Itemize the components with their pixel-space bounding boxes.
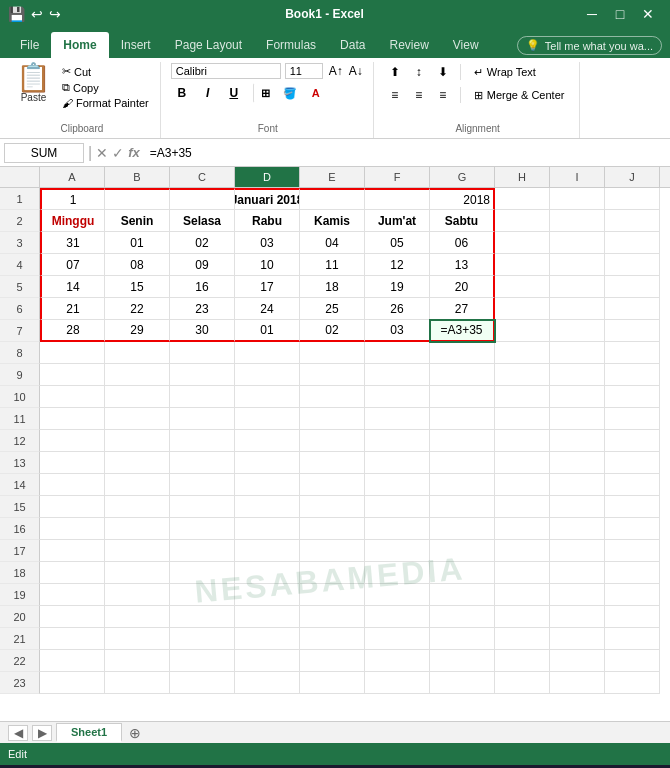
cell-J23[interactable]	[605, 672, 660, 694]
cell-J4[interactable]	[605, 254, 660, 276]
cell-J13[interactable]	[605, 452, 660, 474]
cell-J20[interactable]	[605, 606, 660, 628]
cell-C19[interactable]	[170, 584, 235, 606]
cell-I13[interactable]	[550, 452, 605, 474]
cell-H11[interactable]	[495, 408, 550, 430]
cell-C22[interactable]	[170, 650, 235, 672]
cell-H21[interactable]	[495, 628, 550, 650]
cell-D15[interactable]	[235, 496, 300, 518]
cell-B18[interactable]	[105, 562, 170, 584]
cell-J21[interactable]	[605, 628, 660, 650]
col-header-i[interactable]: I	[550, 167, 605, 187]
cell-J18[interactable]	[605, 562, 660, 584]
cell-I11[interactable]	[550, 408, 605, 430]
row-num-17[interactable]: 17	[0, 540, 40, 562]
cell-A13[interactable]	[40, 452, 105, 474]
cell-G23[interactable]	[430, 672, 495, 694]
cell-C21[interactable]	[170, 628, 235, 650]
cell-C17[interactable]	[170, 540, 235, 562]
cell-G19[interactable]	[430, 584, 495, 606]
cell-I3[interactable]	[550, 232, 605, 254]
sheet-tab-sheet1[interactable]: Sheet1	[56, 723, 122, 742]
cell-E14[interactable]	[300, 474, 365, 496]
row-num-14[interactable]: 14	[0, 474, 40, 496]
col-header-h[interactable]: H	[495, 167, 550, 187]
col-header-g[interactable]: G	[430, 167, 495, 187]
cell-D3[interactable]: 03	[235, 232, 300, 254]
cell-J12[interactable]	[605, 430, 660, 452]
cell-C10[interactable]	[170, 386, 235, 408]
cell-H10[interactable]	[495, 386, 550, 408]
cell-H19[interactable]	[495, 584, 550, 606]
row-num-18[interactable]: 18	[0, 562, 40, 584]
row-num-6[interactable]: 6	[0, 298, 40, 320]
cell-E18[interactable]	[300, 562, 365, 584]
paste-button[interactable]: 📋 Paste	[12, 62, 55, 105]
cell-D18[interactable]	[235, 562, 300, 584]
cell-B22[interactable]	[105, 650, 170, 672]
cell-F18[interactable]	[365, 562, 430, 584]
cell-G3[interactable]: 06	[430, 232, 495, 254]
cell-C16[interactable]	[170, 518, 235, 540]
cell-F16[interactable]	[365, 518, 430, 540]
cell-C7[interactable]: 30	[170, 320, 235, 342]
cell-A6[interactable]: 21	[40, 298, 105, 320]
cell-F23[interactable]	[365, 672, 430, 694]
cut-button[interactable]: ✂ Cut	[59, 64, 152, 79]
cell-G10[interactable]	[430, 386, 495, 408]
cell-G13[interactable]	[430, 452, 495, 474]
formula-input[interactable]	[144, 144, 666, 162]
cell-B15[interactable]	[105, 496, 170, 518]
cell-F2[interactable]: Jum'at	[365, 210, 430, 232]
cell-E7[interactable]: 02	[300, 320, 365, 342]
cell-F22[interactable]	[365, 650, 430, 672]
maximize-button[interactable]: □	[606, 0, 634, 28]
col-header-c[interactable]: C	[170, 167, 235, 187]
cell-D16[interactable]	[235, 518, 300, 540]
cell-B23[interactable]	[105, 672, 170, 694]
cell-D17[interactable]	[235, 540, 300, 562]
cell-E16[interactable]	[300, 518, 365, 540]
middle-align-button[interactable]: ↕	[408, 62, 430, 82]
row-num-10[interactable]: 10	[0, 386, 40, 408]
increase-font-icon[interactable]: A↑	[327, 62, 345, 80]
cell-I14[interactable]	[550, 474, 605, 496]
cell-B9[interactable]	[105, 364, 170, 386]
cell-G18[interactable]	[430, 562, 495, 584]
cell-C9[interactable]	[170, 364, 235, 386]
cell-C15[interactable]	[170, 496, 235, 518]
underline-button[interactable]: U	[223, 83, 245, 103]
undo-icon[interactable]: ↩	[31, 6, 43, 22]
merge-center-button[interactable]: ⊞ Merge & Center	[467, 86, 572, 105]
row-num-4[interactable]: 4	[0, 254, 40, 276]
italic-button[interactable]: I	[197, 83, 219, 103]
cancel-formula-button[interactable]: ✕	[96, 145, 108, 161]
cell-D2[interactable]: Rabu	[235, 210, 300, 232]
tell-me-box[interactable]: 💡 Tell me what you wa...	[517, 36, 662, 55]
cell-F4[interactable]: 12	[365, 254, 430, 276]
cell-H20[interactable]	[495, 606, 550, 628]
cell-J10[interactable]	[605, 386, 660, 408]
row-num-16[interactable]: 16	[0, 518, 40, 540]
cell-C8[interactable]	[170, 342, 235, 364]
cell-H15[interactable]	[495, 496, 550, 518]
cell-E15[interactable]	[300, 496, 365, 518]
cell-F10[interactable]	[365, 386, 430, 408]
cell-J6[interactable]	[605, 298, 660, 320]
cell-C20[interactable]	[170, 606, 235, 628]
cell-H5[interactable]	[495, 276, 550, 298]
cell-H3[interactable]	[495, 232, 550, 254]
cell-I10[interactable]	[550, 386, 605, 408]
cell-B11[interactable]	[105, 408, 170, 430]
cell-F19[interactable]	[365, 584, 430, 606]
sheet-nav-left[interactable]: ◀	[8, 725, 28, 741]
cell-B2[interactable]: Senin	[105, 210, 170, 232]
border-button[interactable]: ⊞	[253, 83, 275, 103]
top-align-button[interactable]: ⬆	[384, 62, 406, 82]
cell-I9[interactable]	[550, 364, 605, 386]
cell-E10[interactable]	[300, 386, 365, 408]
cell-I18[interactable]	[550, 562, 605, 584]
save-icon[interactable]: 💾	[8, 6, 25, 22]
cell-H9[interactable]	[495, 364, 550, 386]
cell-A3[interactable]: 31	[40, 232, 105, 254]
